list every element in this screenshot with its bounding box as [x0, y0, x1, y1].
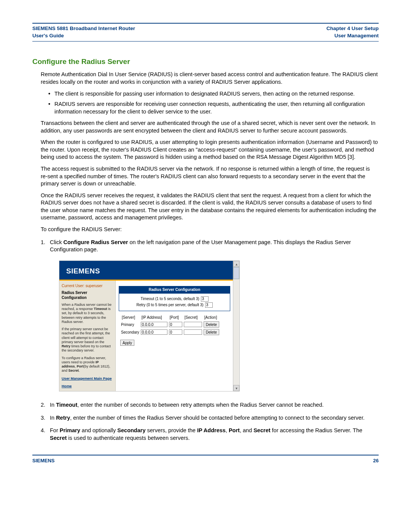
server-name-cell: Primary: [120, 321, 140, 328]
header-guide: User's Guide: [32, 32, 135, 40]
help-note: If the primary server cannot be reached …: [62, 327, 113, 353]
config-panel-header: Radius Server Configuration: [119, 286, 230, 294]
col-ip: [IP Address]: [140, 314, 168, 321]
col-server: [Server]: [120, 314, 140, 321]
step-item: Click Configure Radius Server on the lef…: [41, 239, 378, 392]
scrollbar[interactable]: ▴ ▾: [233, 261, 239, 391]
bullet-item: RADIUS servers are responsible for recei…: [48, 101, 378, 115]
scroll-thumb[interactable]: [233, 267, 239, 279]
secret-input[interactable]: [184, 329, 202, 335]
step-item: In Timeout, enter the number of seconds …: [41, 401, 378, 409]
servers-table: [Server] [IP Address] [Port] [Secret] [A…: [120, 314, 220, 336]
secret-input[interactable]: [184, 322, 202, 327]
brand-bar: SIEMENS: [59, 261, 233, 281]
bullet-item: The client is responsible for passing us…: [48, 90, 378, 98]
user-mgmt-link[interactable]: User Management Main Page: [62, 376, 113, 381]
table-row: Primary Delete: [120, 321, 220, 328]
apply-button[interactable]: Apply: [120, 340, 134, 346]
help-note: To configure a Radius server, users need…: [62, 356, 113, 373]
paragraph: When the router is configured to use RAD…: [41, 139, 378, 161]
header-chapter: Chapter 4 User Setup: [327, 25, 379, 32]
server-name-cell: Secondary: [120, 328, 140, 336]
delete-button[interactable]: Delete: [204, 329, 219, 335]
timeout-label: Timeout (1 to 5 seconds, default 3): [140, 296, 199, 302]
paragraph: Once the RADIUS server receives the requ…: [41, 192, 378, 222]
page-number: 26: [373, 457, 379, 464]
paragraph: The access request is submitted to the R…: [41, 165, 378, 188]
retry-label: Retry (0 to 5 times per server, default …: [136, 302, 203, 308]
retry-input[interactable]: [205, 302, 213, 308]
col-action: [Action]: [203, 314, 220, 321]
header-section: User Management: [327, 32, 379, 40]
footer-brand: SIEMENS: [32, 457, 55, 464]
ip-input[interactable]: [141, 322, 167, 327]
delete-button[interactable]: Delete: [204, 321, 219, 328]
intro-paragraph: Remote Authentication Dial In User Servi…: [41, 71, 378, 86]
config-content-pane: Radius Server Configuration Timeout (1 t…: [116, 281, 233, 391]
port-input[interactable]: [169, 329, 182, 335]
timeout-input[interactable]: [201, 296, 209, 302]
paragraph: To configure the RADIUS Server:: [41, 226, 378, 233]
col-port: [Port]: [168, 314, 183, 321]
left-nav-pane: Current User: superuser Radius Server Co…: [59, 281, 116, 391]
page-footer: SIEMENS 26: [32, 455, 379, 464]
port-input[interactable]: [169, 322, 182, 327]
header-product: SIEMENS 5881 Broadband Internet Router: [32, 25, 135, 32]
page-header: SIEMENS 5881 Broadband Internet Router U…: [32, 25, 379, 41]
screenshot-figure: ▴ ▾ SIEMENS Current User: superuser Radi…: [59, 260, 240, 392]
step-item: In Retry, enter the number of times the …: [41, 414, 378, 422]
home-link[interactable]: Home: [62, 384, 113, 389]
step-item: For Primary and optionally Secondary ser…: [41, 427, 378, 442]
col-secret: [Secret]: [183, 314, 203, 321]
paragraph: Transactions between the client and serv…: [41, 120, 378, 134]
left-pane-title: Radius Server Configuration: [62, 290, 113, 300]
scroll-down-icon[interactable]: ▾: [233, 385, 239, 391]
help-note: When a Radius server cannot be reached, …: [62, 303, 113, 324]
current-user-label: Current User: superuser: [62, 283, 113, 289]
ip-input[interactable]: [141, 329, 167, 335]
section-title: Configure the Radius Server: [32, 57, 379, 67]
table-row: Secondary Delete: [120, 328, 220, 336]
scroll-up-icon[interactable]: ▴: [233, 261, 239, 267]
table-header-row: [Server] [IP Address] [Port] [Secret] [A…: [120, 314, 220, 321]
